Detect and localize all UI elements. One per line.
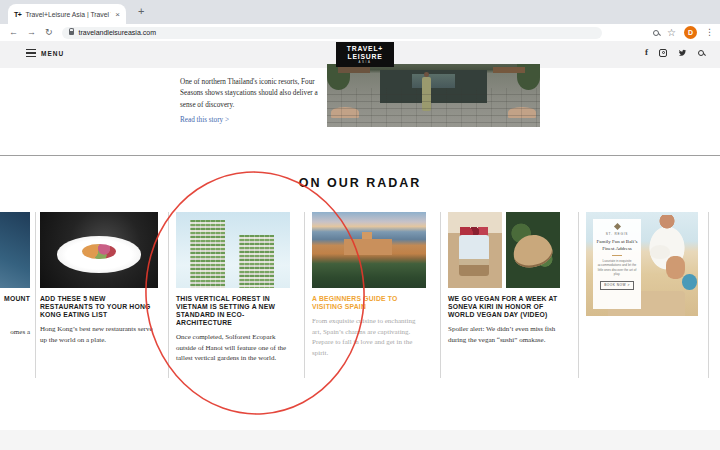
card-divider: [304, 212, 305, 378]
stone-shape: [508, 107, 536, 118]
address-bar[interactable]: travelandleisureasia.com: [62, 27, 602, 39]
fortress-shape: [344, 239, 392, 254]
ad-body: Luxuriate in exquisite accommodations an…: [596, 259, 638, 277]
pool-shape: [380, 70, 487, 103]
card-image[interactable]: [312, 212, 426, 288]
radar-card-hong-kong[interactable]: ADD THESE 5 NEW RESTAURANTS TO YOUR HONG…: [40, 212, 158, 345]
back-icon[interactable]: ←: [9, 28, 18, 37]
card-title[interactable]: WE GO VEGAN FOR A WEEK AT SONEVA KIRI IN…: [448, 295, 560, 319]
tab-close-icon[interactable]: ×: [115, 10, 120, 19]
card-divider: [708, 212, 709, 378]
tab-title: Travel+Leisure Asia | Travel Ti: [25, 11, 111, 18]
st-regis-ad[interactable]: ST. REGIS Family Fun at Bali’s Finest Ad…: [586, 212, 698, 316]
card-body: Spoiler alert: We didn’t even miss fish …: [448, 324, 560, 345]
card-title[interactable]: ADD THESE 5 NEW RESTAURANTS TO YOUR HONG…: [40, 295, 158, 319]
section-heading: ON OUR RADAR: [0, 176, 720, 190]
card-body-fragment: omes a: [0, 327, 30, 338]
ad-headline: Family Fun at Bali’s Finest Address: [596, 239, 638, 252]
card-title-fragment[interactable]: MOUNT: [0, 295, 30, 303]
card-title[interactable]: THIS VERTICAL FOREST IN VIETNAM IS SETTI…: [176, 295, 290, 327]
radar-card-spain[interactable]: A BEGINNERS GUIDE TO VISITING SPAIN From…: [312, 212, 426, 358]
site-menu-button[interactable]: MENU: [26, 49, 64, 57]
cake-photo-shape: [448, 212, 502, 288]
browser-window: T+ Travel+Leisure Asia | Travel Ti × + ←…: [0, 0, 720, 450]
card-image[interactable]: [176, 212, 290, 288]
browser-tab[interactable]: T+ Travel+Leisure Asia | Travel Ti ×: [8, 4, 126, 24]
child-hat-shape: [650, 245, 670, 259]
bookmark-star-icon[interactable]: ☆: [667, 28, 676, 38]
section-divider: [0, 155, 720, 156]
crest-icon: [613, 223, 620, 230]
instagram-icon[interactable]: [659, 49, 667, 57]
toolbar-right-icons: ☆ D ⋮: [653, 24, 714, 41]
food-shape: [82, 244, 115, 259]
card-body: From exquisite cuisine to enchanting art…: [312, 316, 426, 358]
person-figure: [422, 77, 431, 111]
reload-icon[interactable]: ↻: [45, 28, 53, 37]
logo-line2: LEISURE: [347, 53, 382, 60]
read-this-story-link[interactable]: Read this story >: [180, 116, 229, 124]
lounge-chair-shape: [493, 67, 525, 73]
tower-shape: [190, 220, 225, 288]
card-body: Once completed, Solforest Ecopark outsid…: [176, 332, 290, 364]
ad-image[interactable]: ST. REGIS Family Fun at Bali’s Finest Ad…: [586, 212, 698, 316]
facebook-icon[interactable]: f: [645, 48, 648, 57]
profile-avatar[interactable]: D: [684, 26, 697, 39]
ad-divider: [612, 255, 622, 256]
radar-card-vegan[interactable]: WE GO VEGAN FOR A WEEK AT SONEVA KIRI IN…: [448, 212, 560, 345]
card-divider: [168, 212, 169, 378]
ad-brand: ST. REGIS: [606, 232, 629, 236]
social-icons: f: [645, 48, 704, 57]
radar-card-vertical-forest[interactable]: THIS VERTICAL FOREST IN VIETNAM IS SETTI…: [176, 212, 290, 364]
card-image[interactable]: [40, 212, 158, 288]
card-divider: [578, 212, 579, 378]
url-text: travelandleisureasia.com: [79, 29, 156, 36]
lock-icon: [69, 31, 74, 35]
new-tab-button[interactable]: +: [138, 5, 144, 17]
tower-shape: [239, 235, 274, 288]
logo-line3: ASIA: [359, 61, 372, 64]
twitter-icon[interactable]: [678, 49, 687, 57]
child-figure: [666, 256, 685, 279]
card-title[interactable]: A BEGINNERS GUIDE TO VISITING SPAIN: [312, 295, 426, 311]
browser-tab-bar: T+ Travel+Leisure Asia | Travel Ti × +: [0, 0, 720, 24]
stone-shape: [331, 107, 359, 118]
hamburger-icon: [26, 49, 36, 57]
browser-menu-icon[interactable]: ⋮: [705, 28, 714, 37]
card-divider: [440, 212, 441, 378]
browser-toolbar: ← → ↻ travelandleisureasia.com: [0, 24, 720, 42]
floatie-shape: [682, 274, 697, 290]
featured-story-body: One of northern Thailand's iconic resort…: [180, 77, 322, 110]
sushi-photo-shape: [506, 212, 560, 288]
site-logo[interactable]: TRAVEL+ LEISURE ASIA: [336, 42, 394, 67]
forward-icon[interactable]: →: [27, 28, 36, 37]
search-icon[interactable]: [698, 50, 704, 56]
featured-story-image[interactable]: [327, 64, 540, 127]
logo-line1: TRAVEL+: [347, 45, 383, 52]
card-divider: [35, 212, 36, 378]
next-section-edge: [0, 430, 720, 450]
lounge-chair-shape: [338, 67, 370, 73]
menu-label: MENU: [41, 50, 64, 57]
ad-overlay: ST. REGIS Family Fun at Bali’s Finest Ad…: [593, 219, 641, 309]
book-now-button[interactable]: BOOK NOW >: [600, 281, 634, 290]
radar-card-cutoff[interactable]: MOUNT omes a: [0, 212, 30, 338]
zoom-icon[interactable]: [653, 30, 659, 36]
card-body: Hong Kong’s best new restaurants serve u…: [40, 324, 158, 345]
card-image[interactable]: [448, 212, 560, 288]
card-image[interactable]: [0, 212, 30, 288]
site-favicon-icon: T+: [14, 11, 21, 18]
